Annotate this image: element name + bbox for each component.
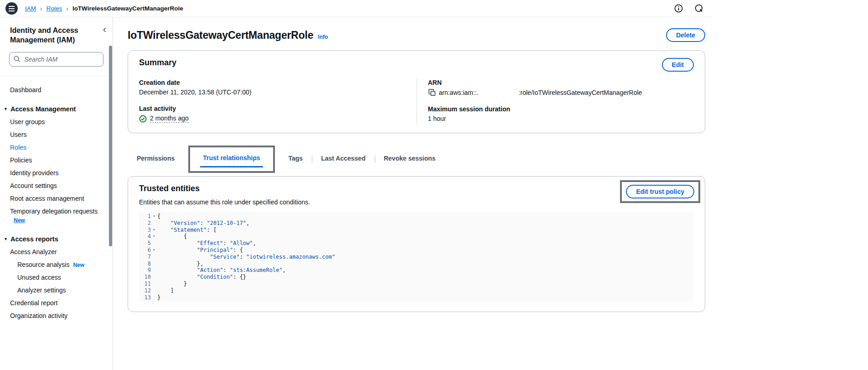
last-activity-value[interactable]: 2 months ago — [150, 115, 189, 123]
line-number: 7 — [139, 254, 151, 261]
section-expanded-icon: ▼ — [4, 107, 8, 111]
page-header: IoTWirelessGatewayCertManagerRole Info D… — [128, 28, 705, 42]
code-line: 8 }, — [139, 261, 694, 267]
sidebar-scrollbar[interactable] — [109, 46, 112, 246]
sidebar-item-credential-report[interactable]: Credential report — [0, 297, 113, 309]
code-text: "Service": "iotwireless.amazonaws.com" — [157, 254, 335, 261]
topbar-icons — [674, 4, 704, 13]
fold-spacer — [151, 267, 157, 274]
sidebar-item-root-access-management[interactable]: Root access management — [0, 192, 113, 205]
code-text: }, — [157, 261, 203, 267]
info-icon[interactable] — [674, 4, 683, 13]
tab-revoke-sessions[interactable]: Revoke sessions — [375, 150, 445, 168]
code-line: 10 "Condition": {} — [139, 274, 694, 281]
delete-button[interactable]: Delete — [666, 28, 705, 42]
line-number: 2 — [139, 220, 151, 227]
tab-tags[interactable]: Tags — [279, 150, 312, 168]
sidebar-item-organization-activity[interactable]: Organization activity — [0, 309, 113, 322]
max-session-value: 1 hour — [428, 115, 694, 122]
code-text: } — [157, 294, 160, 301]
sidebar-item-label: Account settings — [10, 182, 57, 189]
last-activity-label: Last activity — [139, 105, 406, 112]
code-line: 2 "Version": "2012-10-17", — [139, 220, 694, 227]
aws-console-app: IAM›Roles›IoTWirelessGatewayCertManagerR… — [0, 0, 711, 370]
breadcrumb-roles[interactable]: Roles — [46, 5, 62, 12]
sidebar-item-access-management[interactable]: ▼Access Management — [0, 103, 113, 115]
code-text: } — [157, 281, 187, 287]
line-number: 3 — [139, 227, 151, 234]
code-text: "Statement": [ — [157, 227, 217, 234]
sidebar-search — [9, 52, 103, 67]
line-number: 11 — [139, 281, 151, 287]
sidebar-item-unused-access[interactable]: Unused access — [0, 271, 113, 284]
creation-date-field: Creation date December 11, 2020, 13:58 (… — [139, 79, 406, 96]
sidebar-item-user-groups[interactable]: User groups — [0, 115, 113, 128]
code-line: 13} — [139, 294, 694, 301]
sidebar-item-policies[interactable]: Policies — [0, 154, 113, 167]
sidebar-item-label: Access reports — [10, 235, 58, 243]
sidebar-item-analyzer-settings[interactable]: Analyzer settings — [0, 284, 113, 297]
page-title: IoTWirelessGatewayCertManagerRole — [128, 29, 313, 42]
sidebar-item-resource-analysis[interactable]: Resource analysisNew — [0, 258, 113, 271]
trusted-entities-description: Entities that can assume this role under… — [139, 198, 310, 206]
fold-spacer — [151, 220, 157, 227]
trusted-entities-card: Trusted entities Entities that can assum… — [128, 176, 705, 312]
sidebar-item-dashboard[interactable]: Dashboard — [0, 83, 113, 96]
sidebar-item-access-reports[interactable]: ▼Access reports — [0, 233, 113, 245]
sidebar-item-label: Temporary delegation requests — [10, 208, 98, 215]
sidebar-item-label: Roles — [10, 144, 26, 151]
sidebar-item-identity-providers[interactable]: Identity providers — [0, 167, 113, 179]
sidebar-item-roles[interactable]: Roles — [0, 141, 113, 154]
fold-toggle-icon[interactable]: ▾ — [151, 213, 157, 220]
search-input[interactable] — [9, 52, 103, 67]
policy-editor[interactable]: 1▾{2 "Version": "2012-10-17",3▾ "Stateme… — [139, 212, 694, 302]
code-line: 9 "Action": "sts:AssumeRole", — [139, 267, 694, 274]
code-text: "Effect": "Allow", — [157, 240, 256, 247]
tab-trust-relationships[interactable]: Trust relationships — [194, 149, 269, 167]
tab-permissions[interactable]: Permissions — [128, 150, 184, 168]
trusted-entities-heading: Trusted entities — [139, 184, 310, 193]
sidebar-item-label: Credential report — [10, 299, 57, 307]
code-text: ] — [157, 287, 174, 294]
code-line: 11 } — [139, 281, 694, 287]
sidebar-item-temporary-delegation-requests[interactable]: Temporary delegation requests — [0, 205, 113, 218]
fold-spacer — [151, 261, 157, 267]
line-number: 10 — [139, 274, 151, 281]
sidebar-item-label: Access Management — [10, 105, 76, 113]
tabs: PermissionsTrust relationshipsTagsLast A… — [128, 145, 705, 172]
fold-spacer — [151, 240, 157, 247]
code-text: "Action": "sts:AssumeRole", — [157, 267, 286, 274]
fold-toggle-icon[interactable]: ▾ — [151, 247, 157, 254]
arn-field: ARN arn:aws:iam::.:role/IoTWirelessGatew… — [428, 79, 694, 96]
arn-value: arn:aws:iam::.:role/IoTWirelessGatewayCe… — [439, 89, 642, 96]
code-text: "Principal": { — [157, 247, 243, 254]
summary-card: Summary Edit Creation date December 11, … — [128, 50, 705, 133]
breadcrumb-iam[interactable]: IAM — [25, 5, 36, 12]
sidebar-item-label: Resource analysis — [17, 261, 69, 268]
fold-toggle-icon[interactable]: ▾ — [151, 227, 157, 234]
summary-heading: Summary — [139, 58, 176, 68]
sidebar-item-access-analyzer[interactable]: Access Analyzer — [0, 245, 113, 258]
code-line: 1▾{ — [139, 213, 694, 220]
fold-spacer — [151, 287, 157, 294]
breadcrumb-separator-icon: › — [40, 5, 42, 12]
sidebar-item-label: Root access management — [10, 195, 84, 202]
code-line: 5 "Effect": "Allow", — [139, 240, 694, 247]
edit-summary-button[interactable]: Edit — [662, 58, 694, 72]
info-link[interactable]: Info — [318, 34, 328, 40]
copy-icon[interactable] — [428, 89, 436, 96]
sidebar-item-account-settings[interactable]: Account settings — [0, 179, 113, 192]
line-number: 5 — [139, 240, 151, 247]
annotation-box-trust-relationships-tab: Trust relationships — [188, 146, 274, 173]
hamburger-menu-button[interactable] — [5, 2, 18, 15]
sidebar-nav: Dashboard▼Access ManagementUser groupsUs… — [0, 76, 113, 327]
sidebar-item-users[interactable]: Users — [0, 128, 113, 141]
summary-grid: Creation date December 11, 2020, 13:58 (… — [139, 79, 694, 124]
fold-toggle-icon[interactable]: ▾ — [151, 233, 157, 240]
collapse-sidebar-icon[interactable]: ‹ — [103, 26, 106, 34]
tab-last-accessed[interactable]: Last Accessed — [312, 150, 375, 168]
edit-trust-policy-button[interactable]: Edit trust policy — [626, 185, 694, 198]
creation-date-label: Creation date — [139, 79, 406, 86]
main-content: IoTWirelessGatewayCertManagerRole Info D… — [113, 17, 711, 370]
amazon-q-icon[interactable] — [694, 4, 704, 13]
